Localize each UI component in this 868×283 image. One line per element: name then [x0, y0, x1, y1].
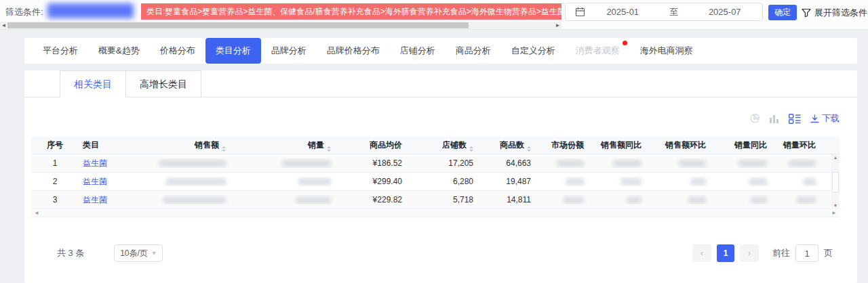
product-count-value: 19,487 [479, 177, 536, 186]
category-link[interactable]: 益生菌 [83, 177, 107, 186]
avg-price-value: ¥186.52 [336, 158, 408, 168]
shop-count-value: 17,205 [408, 158, 479, 168]
page-number-button[interactable]: 1 [717, 244, 734, 262]
tab-brand-analysis[interactable]: 品牌分析 [261, 38, 317, 64]
col-sales-yoy: 销售额同比 [589, 139, 647, 151]
scroll-left-icon[interactable]: ◄ [33, 209, 41, 217]
redacted-value [564, 196, 584, 204]
date-start-value[interactable]: 2025-01 [585, 7, 660, 17]
pagination-bar: 共 3 条 10条/页 ▼ ‹ 1 › 前往 页 [33, 243, 849, 263]
shop-count-value: 5,718 [408, 195, 479, 204]
scroll-up-icon[interactable]: ▲ [831, 154, 840, 161]
category-link[interactable]: 益生菌 [83, 195, 107, 204]
download-label: 下载 [822, 112, 840, 125]
sort-icon[interactable] [527, 146, 531, 152]
download-icon [810, 114, 819, 123]
col-avg-price: 商品均价 [336, 139, 408, 151]
redacted-value [691, 178, 706, 186]
download-button[interactable]: 下载 [810, 112, 840, 125]
sort-icon[interactable] [327, 146, 331, 152]
redacted-value [621, 178, 642, 186]
redacted-value [166, 178, 226, 186]
date-end-value[interactable]: 2025-07 [688, 7, 763, 17]
col-market-share: 市场份额 [536, 139, 589, 151]
tab-consumer-observation[interactable]: 消费者观察 [566, 38, 630, 64]
scroll-right-icon[interactable]: ► [830, 209, 838, 217]
table-row: 2 益生菌 ¥299.40 6,280 19,487 [31, 173, 840, 191]
col-sales-mom: 销售额环比 [647, 139, 711, 151]
redacted-value [627, 196, 642, 204]
product-count-value: 14,811 [479, 195, 536, 204]
product-count-value: 64,663 [479, 158, 536, 168]
redacted-value [613, 160, 642, 167]
expand-filter-label: 展开筛选条件 [814, 7, 867, 19]
filter-horizontal-scrollbar[interactable]: ◄ ► [0, 22, 561, 29]
prev-page-button[interactable]: ‹ [692, 244, 711, 262]
tab-category-analysis[interactable]: 类目分析 [205, 38, 261, 64]
col-product-count[interactable]: 商品数 [479, 139, 536, 152]
redacted-value [566, 178, 584, 186]
subtab-high-growth-categories[interactable]: 高增长类目 [126, 70, 201, 97]
subtab-related-categories[interactable]: 相关类目 [60, 70, 126, 97]
bar-chart-view-icon[interactable] [770, 114, 779, 124]
col-index: 序号 [31, 139, 79, 151]
total-count-label: 共 3 条 [57, 247, 84, 259]
shop-count-value: 6,280 [408, 177, 479, 186]
tab-product-analysis[interactable]: 商品分析 [446, 38, 501, 64]
next-page-button[interactable]: › [740, 244, 759, 262]
sort-icon[interactable] [469, 146, 473, 152]
calendar-icon [575, 7, 585, 17]
redacted-value [163, 196, 226, 204]
avg-price-value: ¥299.40 [336, 177, 408, 186]
date-range-picker[interactable]: 2025-01 至 2025-07 [565, 3, 763, 21]
tab-shop-analysis[interactable]: 店铺分析 [390, 38, 446, 64]
view-toolbar: 下载 [749, 112, 840, 125]
tab-brand-price-distribution[interactable]: 品牌价格分布 [317, 38, 390, 64]
tab-platform-analysis[interactable]: 平台分析 [33, 38, 88, 64]
redacted-value [159, 160, 226, 167]
expand-filter-button[interactable]: 展开筛选条件 [802, 5, 867, 20]
chevron-down-icon: ▼ [151, 250, 157, 257]
table-row: 3 益生菌 ¥229.82 5,718 14,811 [31, 191, 840, 209]
analysis-nav-tabs: 平台分析 概要&趋势 价格分布 类目分析 品牌分析 品牌价格分布 店铺分析 商品… [24, 38, 857, 64]
goto-page-input[interactable] [795, 244, 818, 262]
col-shop-count[interactable]: 店铺数 [408, 139, 479, 152]
scroll-right-icon[interactable]: ► [554, 22, 561, 29]
scroll-left-icon[interactable]: ◄ [0, 22, 7, 29]
category-link[interactable]: 益生菌 [83, 158, 107, 168]
scrollbar-thumb[interactable] [7, 22, 469, 28]
col-volume-mom: 销量环比 [772, 139, 821, 151]
confirm-button[interactable]: 确定 [768, 5, 797, 20]
tab-price-distribution[interactable]: 价格分布 [150, 38, 205, 64]
redacted-value [282, 160, 331, 167]
redacted-value [804, 178, 816, 186]
redacted-value [789, 160, 816, 167]
filter-bar: 筛选条件: 类目:婴童食品>婴童营养品>益生菌、保健食品/膳食营养补充食品>海外… [0, 0, 868, 30]
row-index: 1 [31, 158, 79, 168]
filter-funnel-icon [802, 8, 811, 18]
sort-icon[interactable] [222, 146, 226, 152]
page-unit-label: 页 [824, 247, 833, 259]
category-table: 序号 类目 销售额 销量 商品均价 店铺数 商品数 市场份额 销售额同比 销售额… [31, 137, 840, 209]
filter-conditions-label: 筛选条件: [5, 6, 43, 18]
table-horizontal-scrollbar[interactable]: ◄ ► [31, 209, 840, 217]
col-sales-amount[interactable]: 销售额 [153, 139, 231, 152]
tab-custom-analysis[interactable]: 自定义分析 [501, 38, 566, 64]
goto-label: 前往 [772, 247, 790, 259]
tab-overseas-ecommerce-insight[interactable]: 海外电商洞察 [630, 38, 703, 64]
redacted-value [749, 178, 767, 186]
table-view-icon[interactable] [789, 114, 801, 124]
tab-overview-trend[interactable]: 概要&趋势 [88, 38, 150, 64]
redacted-value [688, 196, 706, 204]
scrollbar-thumb[interactable] [832, 172, 839, 192]
pie-chart-view-icon[interactable] [749, 113, 760, 124]
row-index: 2 [31, 177, 79, 186]
scroll-down-icon[interactable]: ▼ [831, 202, 840, 209]
table-vertical-scrollbar[interactable]: ▲ ▼ [831, 154, 840, 209]
row-index: 3 [31, 195, 79, 204]
page-size-value: 10条/页 [120, 248, 148, 259]
col-sales-volume[interactable]: 销量 [231, 139, 336, 152]
page-size-select[interactable]: 10条/页 ▼ [114, 244, 163, 262]
table-header-row: 序号 类目 销售额 销量 商品均价 店铺数 商品数 市场份额 销售额同比 销售额… [31, 137, 840, 154]
notification-dot [623, 41, 627, 45]
